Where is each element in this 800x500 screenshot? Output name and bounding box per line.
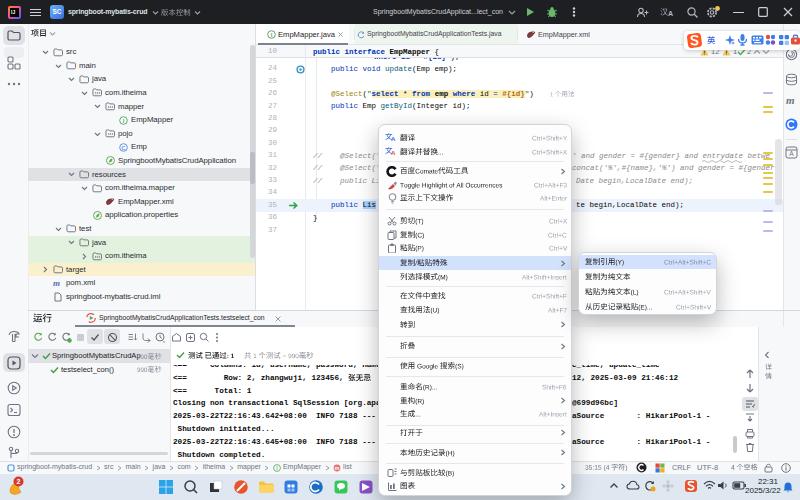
svg-text:A: A bbox=[789, 150, 794, 157]
svg-text:C: C bbox=[121, 144, 126, 150]
svg-text:2: 2 bbox=[17, 478, 21, 485]
svg-text:m: m bbox=[335, 465, 340, 471]
